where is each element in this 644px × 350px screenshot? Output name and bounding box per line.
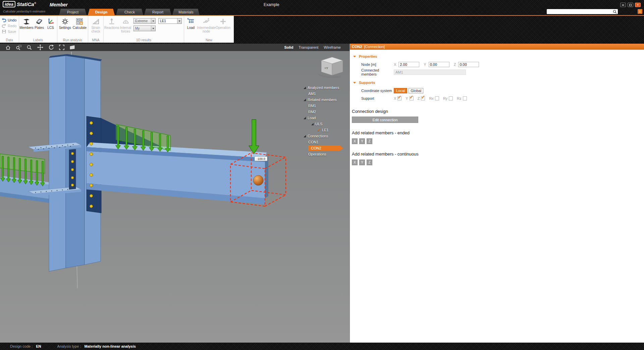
node-z-input[interactable] (458, 62, 479, 67)
connection-node-sphere[interactable] (253, 175, 263, 185)
tree-item-le1[interactable]: ✓LE1 (304, 127, 350, 133)
dof-rz-checkbox[interactable] (463, 96, 467, 100)
panel-type: [Connection] (364, 45, 385, 49)
add-related-ended-title: Add related members - ended (352, 130, 644, 135)
add-ended-z-button[interactable]: Z (367, 138, 372, 144)
edit-connection-button[interactable]: Edit connection (352, 117, 418, 123)
zoom-fit-button[interactable] (58, 44, 65, 51)
tree-item-rm1[interactable]: RM1 (304, 103, 350, 109)
global-toggle-button[interactable]: Global (409, 88, 423, 93)
view-mode-transparent[interactable]: Transparent (299, 45, 318, 49)
section-supports[interactable]: Supports (353, 81, 644, 85)
expander-icon[interactable] (304, 117, 306, 119)
dof-y-checkbox[interactable]: ✓ (410, 96, 414, 100)
expander-icon[interactable] (304, 99, 306, 101)
add-continuous-x-button[interactable]: X (352, 160, 358, 165)
tab-report[interactable]: Report (144, 9, 171, 15)
zoom-window-button[interactable] (15, 44, 22, 51)
tab-design[interactable]: Design (88, 9, 115, 15)
node-y-input[interactable] (429, 62, 449, 67)
tree-item-operations[interactable]: Operations (304, 151, 350, 157)
extreme-dropdown[interactable]: Extreme (133, 18, 156, 24)
search-input[interactable] (548, 10, 613, 13)
members-button[interactable]: Members (20, 17, 33, 30)
home-view-button[interactable] (5, 44, 11, 51)
minimize-button[interactable] (620, 3, 626, 7)
cube-axis-label: +Y (324, 67, 328, 70)
tree-group-analyzed-members[interactable]: Analyzed members (304, 85, 350, 91)
perspective-button[interactable] (69, 44, 75, 51)
expander-icon[interactable] (304, 135, 306, 137)
tree-item-con2[interactable]: CON2 (304, 145, 350, 151)
dof-rx-checkbox[interactable] (435, 96, 439, 100)
calculate-icon (75, 17, 84, 26)
info-button[interactable]: i (638, 9, 642, 14)
tree-group-uls[interactable]: ULS (304, 121, 350, 127)
save-button[interactable]: Save (2, 29, 16, 34)
tree-group-load[interactable]: Load (304, 115, 350, 121)
3d-scene[interactable]: -100.0 +Y (0, 51, 350, 343)
dof-x-checkbox[interactable]: ✓ (397, 96, 401, 100)
x-label: X (394, 62, 396, 67)
dof-ry-checkbox[interactable] (449, 96, 453, 100)
tree-group-connections[interactable]: Connections (304, 133, 350, 139)
add-continuous-y-button[interactable]: Y (359, 160, 365, 165)
settings-button[interactable]: Settings (58, 17, 72, 30)
intermediate-node-button[interactable]: Intermediate node (197, 17, 216, 34)
add-ended-y-button[interactable]: Y (359, 138, 365, 144)
search-box[interactable] (547, 9, 618, 14)
view-mode-wireframe[interactable]: Wireframe (324, 45, 341, 49)
reactions-button[interactable]: Reactions (104, 17, 119, 30)
maximize-button[interactable] (628, 3, 633, 7)
load-case-dropdown[interactable]: LE1 (158, 18, 182, 24)
redo-button[interactable]: Redo (2, 23, 16, 28)
strain-check-button[interactable]: Strain check (89, 17, 103, 34)
close-button[interactable]: × (635, 3, 641, 7)
ribbon-group-label-mna: MNA (88, 38, 103, 43)
dof-z-checkbox[interactable]: ✓ (421, 96, 425, 100)
zoom-button[interactable] (26, 44, 33, 51)
zoom-window-icon (16, 45, 21, 50)
local-toggle-button[interactable]: Local (394, 88, 407, 93)
plates-button[interactable]: Plates (33, 17, 45, 30)
gear-icon (61, 17, 69, 26)
node-x-input[interactable] (398, 62, 419, 67)
tab-project[interactable]: Project (59, 9, 87, 15)
expander-icon[interactable] (304, 87, 306, 89)
expander-icon[interactable] (311, 123, 314, 125)
tab-check[interactable]: Check (116, 9, 143, 15)
ribbon: Undo Redo Save Data Members (0, 16, 234, 43)
tree-item-rm2[interactable]: RM2 (304, 109, 350, 115)
view-mode-solid[interactable]: Solid (284, 45, 293, 49)
z-label: Z (454, 62, 456, 67)
dof-rx-label: Rx (429, 96, 433, 100)
connected-members-field: AM1 (394, 70, 466, 75)
home-icon (5, 45, 11, 50)
scene-tree: Analyzed members AM1 Related members RM1… (304, 85, 350, 157)
load-value-text: -100.0 (257, 157, 265, 161)
new-load-button[interactable]: Load (185, 17, 197, 30)
collapse-icon (353, 56, 356, 57)
ribbon-group-label-labels: Labels (19, 38, 57, 43)
tab-materials[interactable]: Materials (172, 9, 200, 15)
add-continuous-z-button[interactable]: Z (367, 160, 372, 165)
add-ended-buttons: X Y Z (352, 138, 644, 144)
tree-item-con1[interactable]: CON1 (304, 139, 350, 145)
section-properties[interactable]: Properties (353, 54, 644, 58)
ribbon-group-label-data: Data (0, 38, 19, 43)
internal-forces-button[interactable]: Internal forces (119, 17, 132, 34)
undo-button[interactable]: Undo (2, 17, 16, 23)
ribbon-group-run: Settings Calculate Run analysis (57, 16, 88, 43)
rotate-button[interactable] (48, 44, 54, 51)
add-ended-x-button[interactable]: X (352, 138, 358, 144)
pan-button[interactable] (37, 44, 43, 51)
new-operation-button[interactable]: Operation (216, 17, 230, 30)
tree-item-am1[interactable]: AM1 (304, 91, 350, 97)
3d-scene-area[interactable]: -100.0 +Y Analyzed members AM1 Related m… (0, 51, 350, 343)
lcs-button[interactable]: LCS (45, 17, 56, 30)
dof-rz-label: Rz (457, 96, 461, 100)
calculate-button[interactable]: Calculate (72, 17, 87, 30)
minimize-icon (622, 5, 624, 5)
my-dropdown[interactable]: My (133, 26, 156, 31)
tree-group-related-members[interactable]: Related members (304, 97, 350, 103)
